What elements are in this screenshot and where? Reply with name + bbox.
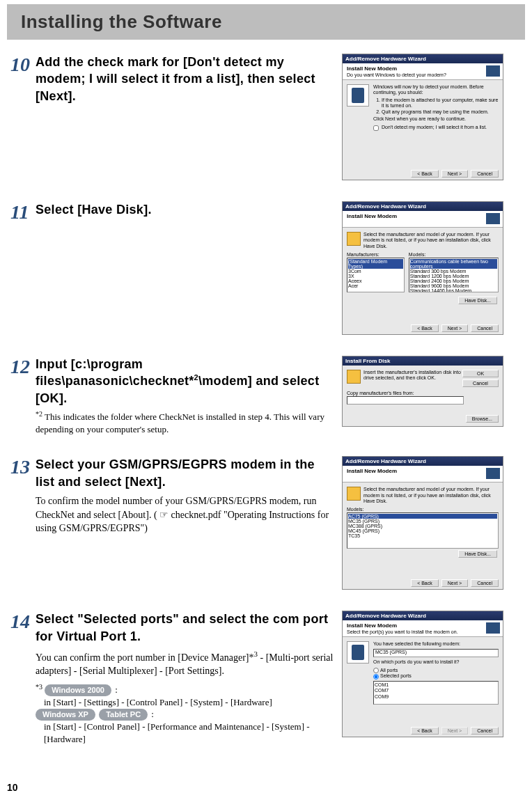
phone-icon	[347, 641, 369, 664]
back-button[interactable]: < Back	[411, 324, 439, 332]
back-button[interactable]: < Back	[411, 170, 439, 178]
modem-icon	[486, 468, 500, 479]
select-mfg-text: Select the manufacturer and model of you…	[363, 487, 499, 504]
modem-icon	[486, 622, 500, 634]
dialog-titlebar: Add/Remove Hardware Wizard	[343, 457, 503, 466]
step-10: 10 Add the check mark for [Don't detect …	[10, 54, 522, 180]
dialog-heading: Install New Modem	[343, 63, 503, 72]
list-item[interactable]: Acer	[348, 283, 403, 288]
list-item[interactable]: MC388 (GPRS)	[348, 524, 497, 528]
list-item[interactable]: Communications cable between two compute…	[410, 259, 497, 269]
step-number: 12	[10, 356, 36, 435]
path-input[interactable]	[347, 396, 464, 405]
dialog-heading: Install New Modem	[343, 620, 503, 629]
list-item[interactable]: Standard 14400 bps Modem	[410, 288, 497, 292]
modem-icon	[486, 65, 500, 77]
dont-detect-checkbox[interactable]	[373, 125, 379, 131]
back-button[interactable]: < Back	[411, 579, 439, 587]
screenshot-step-10: Add/Remove Hardware Wizard Install New M…	[342, 54, 503, 180]
list-item[interactable]: TC35	[348, 533, 497, 538]
have-disk-button[interactable]: Have Disk...	[458, 297, 497, 304]
detect-step-1: If the modem is attached to your compute…	[382, 97, 499, 109]
list-item[interactable]: COM1	[375, 682, 497, 688]
manufacturers-list[interactable]: (Standard Modem Types) 3Com 3X Aceex Ace…	[347, 258, 405, 292]
step-heading: Add the check mark for [Don't detect my …	[36, 54, 335, 104]
list-item[interactable]: Aceex	[348, 278, 403, 283]
selected-ports-label: Selected ports	[380, 673, 412, 678]
detect-intro: Windows will now try to detect your mode…	[373, 84, 499, 96]
cancel-button[interactable]: Cancel	[471, 579, 499, 587]
screenshot-step-11: Add/Remove Hardware Wizard Install New M…	[342, 201, 503, 335]
screenshot-step-14: Add/Remove Hardware Wizard Install New M…	[342, 611, 503, 737]
list-item[interactable]: MC35 (GPRS)	[348, 519, 497, 524]
step-heading: Input [c:\program files\panasonic\checkn…	[36, 356, 335, 407]
all-ports-radio[interactable]	[373, 668, 379, 673]
step-number: 13	[10, 456, 36, 590]
cancel-button[interactable]: Cancel	[462, 379, 499, 387]
list-item[interactable]: COM9	[375, 694, 497, 700]
page-title: Installing the Software	[7, 4, 525, 40]
models-list[interactable]: Communications cable between two compute…	[409, 258, 499, 292]
step-13: 13 Select your GSM/GPRS/EGPRS modem in t…	[10, 456, 522, 590]
dialog-subtext	[343, 220, 503, 228]
dialog-titlebar: Add/Remove Hardware Wizard	[343, 54, 503, 63]
cancel-button[interactable]: Cancel	[471, 727, 499, 735]
list-item[interactable]: Standard 1200 bps Modem	[410, 274, 497, 278]
selected-ports-radio[interactable]	[373, 674, 379, 680]
next-button[interactable]: Next >	[441, 170, 468, 178]
manufacturers-label: Manufacturers:	[347, 252, 405, 257]
list-item[interactable]: 3Com	[348, 269, 403, 274]
list-item[interactable]: Standard 300 bps Modem	[410, 269, 497, 274]
step-heading: Select your GSM/GPRS/EGPRS modem in the …	[36, 456, 335, 490]
list-item[interactable]: Standard 2400 bps Modem	[410, 278, 497, 283]
selected-modem-field: MC35 (GPRS)	[373, 649, 499, 657]
detect-step-2: Quit any programs that may be using the …	[382, 109, 499, 115]
browse-button[interactable]: Browse...	[466, 415, 499, 423]
step-note: *3 Windows 2000 : in [Start] - [Settings…	[36, 682, 335, 746]
next-button[interactable]: Next >	[441, 324, 468, 332]
step-body: You can confirm the port number in [Devi…	[36, 649, 335, 678]
next-button[interactable]: Next >	[441, 579, 468, 587]
modem-icon	[486, 213, 500, 224]
os-pill-windows-xp: Windows XP	[36, 709, 95, 721]
cancel-button[interactable]: Cancel	[471, 324, 499, 332]
step-heading: Select "Selected ports" and select the c…	[36, 611, 335, 645]
dialog-heading: Install New Modem	[343, 211, 503, 220]
dialog-titlebar: Install From Disk	[343, 356, 503, 366]
next-button[interactable]: Next >	[441, 727, 468, 735]
os-pill-tablet-pc: Tablet PC	[99, 709, 148, 721]
dialog-subtext	[343, 475, 503, 482]
phone-icon	[347, 84, 369, 107]
have-disk-button[interactable]: Have Disk...	[458, 550, 497, 558]
models-label: Models:	[409, 252, 499, 257]
dialog-titlebar: Add/Remove Hardware Wizard	[343, 611, 503, 620]
step-number: 14	[10, 611, 36, 745]
list-item[interactable]: (Standard Modem Types)	[348, 259, 403, 269]
com-port-list[interactable]: COM1 COM7 COM9	[373, 681, 499, 705]
list-item[interactable]: AC75 (GPRS)	[348, 514, 497, 519]
step-11: 11 Select [Have Disk]. Add/Remove Hardwa…	[10, 201, 522, 335]
selected-following-label: You have selected the following modem:	[373, 641, 499, 647]
list-item[interactable]: MC45 (GPRS)	[348, 528, 497, 533]
dialog-heading: Install New Modem	[343, 466, 503, 475]
back-button[interactable]: < Back	[411, 727, 439, 735]
disk-icon	[347, 232, 361, 246]
select-mfg-text: Select the manufacturer and model of you…	[363, 232, 499, 249]
step-body: To confirm the model number of your GSM/…	[36, 494, 335, 535]
ok-button[interactable]: OK	[462, 370, 499, 377]
all-ports-label: All ports	[380, 668, 398, 673]
step-number: 10	[10, 54, 36, 180]
step-note: *2 This indicates the folder where Check…	[36, 409, 335, 435]
list-item[interactable]: 3X	[348, 274, 403, 278]
step-heading: Select [Have Disk].	[36, 201, 335, 218]
list-item[interactable]: Standard 9600 bps Modem	[410, 283, 497, 288]
list-item[interactable]: COM7	[375, 688, 497, 693]
step-14: 14 Select "Selected ports" and select th…	[10, 611, 522, 745]
page-number: 10	[7, 782, 18, 793]
step-number: 11	[10, 201, 36, 335]
cancel-button[interactable]: Cancel	[471, 170, 499, 178]
screenshot-step-12: Install From Disk Insert the manufacture…	[342, 356, 503, 427]
click-next-text: Click Next when you are ready to continu…	[373, 116, 499, 122]
models-label: Models:	[347, 507, 499, 512]
modem-list[interactable]: AC75 (GPRS) MC35 (GPRS) MC388 (GPRS) MC4…	[347, 512, 499, 549]
